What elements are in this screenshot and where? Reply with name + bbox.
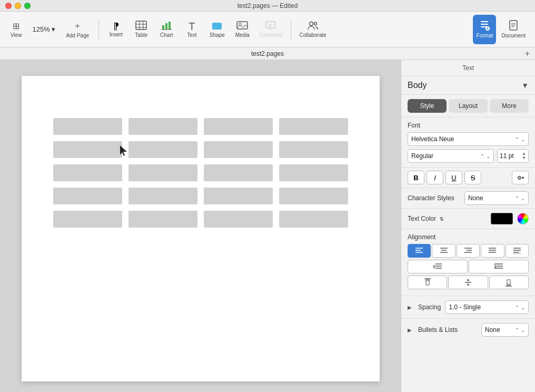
color-wheel-button[interactable]	[517, 213, 529, 224]
spacing-select[interactable]: 1.0 - Single ⌃ ⌄	[445, 300, 529, 314]
tab-layout[interactable]: Layout	[449, 99, 488, 113]
valign-bottom-button[interactable]	[489, 276, 529, 289]
table-cell[interactable]	[53, 188, 122, 204]
table-cell[interactable]	[128, 188, 197, 204]
table-cell[interactable]	[279, 118, 348, 135]
character-styles-label: Character Styles	[408, 194, 460, 202]
table-cell[interactable]	[204, 164, 273, 181]
table-cell[interactable]	[279, 141, 348, 158]
minimize-button[interactable]	[15, 3, 21, 9]
shape-button[interactable]: Shape	[205, 15, 229, 44]
comment-label: Comment	[259, 33, 282, 38]
text-options-button[interactable]: ⚙ ▾	[512, 171, 529, 184]
table-cell[interactable]	[53, 164, 122, 181]
italic-button[interactable]: I	[427, 171, 443, 184]
close-button[interactable]	[5, 3, 12, 9]
table-cell[interactable]	[128, 164, 197, 181]
document-page[interactable]	[22, 76, 380, 381]
zoom-icon: 125% ▾	[33, 25, 56, 33]
panel-section-label: Text	[401, 60, 535, 76]
indent-less-button[interactable]	[408, 260, 468, 273]
media-icon	[236, 21, 248, 32]
svg-rect-6	[165, 23, 167, 30]
bullets-expand-icon: ▶	[408, 327, 412, 333]
text-icon: T	[189, 21, 195, 32]
strikethrough-button[interactable]: S	[464, 171, 481, 184]
add-page-button[interactable]: ＋ Add Page	[62, 17, 93, 42]
format-buttons-row: B I U S ⚙ ▾	[401, 168, 535, 188]
alignment-label: Alignment	[408, 233, 529, 241]
underline-button[interactable]: U	[445, 171, 462, 184]
table-button[interactable]: Table	[130, 15, 153, 44]
font-style-value: Regular	[411, 152, 433, 160]
character-styles-select[interactable]: None ⌃ ⌄	[464, 191, 529, 205]
bullets-select[interactable]: None ⌃ ⌄	[481, 323, 529, 337]
character-styles-value: None	[468, 194, 483, 202]
table-cell[interactable]	[204, 118, 273, 135]
toolbar-separator-1	[98, 19, 99, 40]
align-center-button[interactable]	[432, 244, 455, 258]
maximize-button[interactable]	[24, 3, 31, 9]
bullets-label: Bullets & Lists	[418, 326, 458, 334]
align-justify-button[interactable]	[481, 244, 504, 258]
document-label: Document	[501, 33, 526, 38]
text-color-swatch[interactable]	[491, 213, 513, 224]
font-style-select[interactable]: Regular ⌃ ⌄	[408, 149, 494, 163]
table-cell[interactable]	[204, 141, 273, 158]
bullets-arrow: ⌃ ⌄	[515, 327, 525, 333]
table-cell[interactable]	[279, 164, 348, 181]
tab-filename[interactable]: test2.pages	[251, 50, 284, 57]
font-name-arrow: ⌃ ⌄	[515, 136, 525, 142]
svg-rect-5	[162, 25, 164, 30]
add-tab-button[interactable]: +	[525, 49, 530, 58]
table-cell[interactable]	[53, 211, 122, 228]
gear-icon: ⚙	[517, 175, 522, 181]
style-dropdown-row[interactable]: Body ▼	[401, 76, 535, 95]
tab-style[interactable]: Style	[408, 99, 447, 113]
bold-button[interactable]: B	[408, 171, 424, 184]
text-color-label: Text Color ⇅	[408, 215, 487, 222]
align-all-button[interactable]	[506, 244, 529, 258]
font-size-stepper[interactable]: 11 pt ▲ ▼	[497, 149, 529, 163]
format-button[interactable]: Format	[473, 15, 496, 44]
svg-point-15	[310, 22, 313, 26]
text-button[interactable]: T Text	[180, 15, 203, 44]
format-label: Format	[477, 33, 493, 38]
bullets-value: None	[485, 326, 500, 334]
svg-rect-17	[481, 21, 488, 22]
font-name-select[interactable]: Helvetica Neue ⌃ ⌄	[408, 132, 529, 146]
canvas-area[interactable]	[0, 60, 401, 392]
spacing-arrow: ⌃ ⌄	[515, 305, 525, 310]
collaborate-button[interactable]: Collaborate	[296, 15, 330, 44]
table-icon	[135, 21, 147, 32]
alignment-row-3	[408, 276, 529, 289]
align-left-button[interactable]	[408, 244, 431, 258]
media-button[interactable]: Media	[231, 15, 254, 44]
view-button[interactable]: ⊞ View	[6, 17, 26, 42]
table-cell[interactable]	[279, 188, 348, 204]
table-cell[interactable]	[279, 211, 348, 228]
comment-button[interactable]: Comment	[256, 15, 285, 44]
view-icon: ⊞	[13, 21, 19, 31]
valign-middle-button[interactable]	[448, 276, 488, 289]
tab-more[interactable]: More	[490, 99, 529, 113]
chart-button[interactable]: Chart	[155, 15, 178, 44]
insert-button[interactable]: ⁋ Insert	[104, 15, 127, 44]
zoom-control[interactable]: 125% ▾	[28, 17, 60, 42]
valign-top-button[interactable]	[408, 276, 447, 289]
table-cell[interactable]	[128, 211, 197, 228]
table-cell[interactable]	[53, 118, 122, 135]
add-page-label: Add Page	[66, 33, 89, 38]
document-button[interactable]: Document	[498, 15, 529, 44]
bullets-row: ▶ Bullets & Lists None ⌃ ⌄	[401, 319, 535, 341]
table-cell[interactable]	[204, 211, 273, 228]
table-cell[interactable]	[204, 188, 273, 204]
table-cell[interactable]	[128, 141, 197, 158]
table-cell[interactable]	[128, 118, 197, 135]
text-color-arrows: ⇅	[440, 217, 444, 222]
table-cell[interactable]	[53, 141, 122, 158]
window-controls[interactable]	[5, 3, 31, 9]
indent-more-button[interactable]	[469, 260, 529, 273]
align-right-button[interactable]	[457, 244, 480, 258]
title-bar: test2.pages — Edited	[0, 0, 535, 12]
